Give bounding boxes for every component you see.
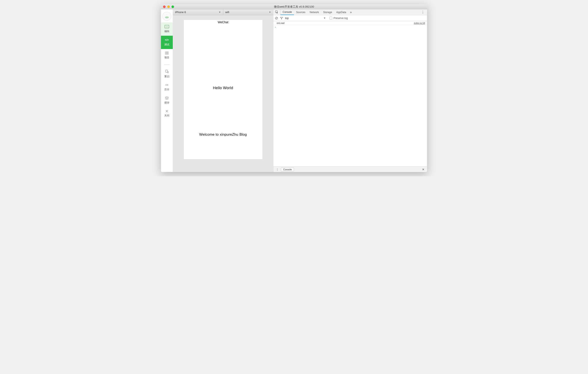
titlebar: 微信web开发者工具 v0.9.092100 — [161, 4, 427, 9]
tab-console[interactable]: Console — [281, 9, 294, 15]
clear-console-button[interactable] — [275, 17, 278, 20]
console-source-link[interactable]: index.js:18 — [414, 22, 425, 24]
sidebar-item-label: 重启 — [164, 75, 169, 78]
tab-network[interactable]: Network — [307, 9, 321, 15]
network-dropdown[interactable]: wifi ▼ — [223, 9, 273, 15]
phone-statusbar-title: WeChat — [184, 20, 262, 24]
console-prompt[interactable]: › — [273, 25, 427, 29]
devtools-tab-bar: Console Sources Network Storage AppData … — [273, 9, 427, 15]
checkbox-icon — [329, 17, 332, 20]
preserve-log-label: Preserve log — [334, 17, 348, 20]
svg-marker-18 — [280, 17, 283, 19]
devtools-menu-button[interactable]: ⋮ — [419, 10, 427, 14]
background-icon — [165, 84, 169, 86]
window-title: 微信web开发者工具 v0.9.092100 — [161, 5, 427, 9]
console-output: onLoad index.js:18 › — [273, 21, 427, 167]
inspect-icon — [275, 11, 279, 14]
filter-button[interactable] — [280, 17, 283, 20]
tab-storage[interactable]: Storage — [321, 9, 334, 15]
console-message-text: onLoad — [277, 22, 284, 24]
sidebar-item-label: 后台 — [164, 88, 169, 91]
code-icon: </> — [165, 38, 169, 42]
close-icon — [165, 110, 168, 113]
device-dropdown-value: iPhone 6 — [175, 11, 186, 14]
sidebar-item-label: 编辑 — [164, 30, 169, 33]
avatar[interactable]: ····· — [162, 12, 171, 21]
phone-screen[interactable]: WeChat Hello World Welcome to xinpureZhu… — [184, 20, 262, 159]
layers-icon — [165, 96, 169, 100]
edit-icon: </> — [165, 25, 169, 28]
welcome-text: Welcome to xinpureZhu Blog — [199, 132, 247, 137]
devtools-drawer-bar: ⋮ Console ✕ — [273, 167, 427, 172]
sidebar-tool-cache[interactable]: 缓存 — [161, 94, 173, 107]
chevron-down-icon: ▼ — [324, 17, 326, 19]
menu-icon — [165, 52, 169, 54]
preview-area: WeChat Hello World Welcome to xinpureZhu… — [173, 15, 273, 172]
devtools-panel: Console Sources Network Storage AppData … — [273, 9, 427, 172]
sidebar: ····· </> 编辑 </> 调试 项目 — [161, 9, 173, 172]
preview-toolbar: iPhone 6 ▼ wifi ▼ — [173, 9, 273, 15]
tab-sources[interactable]: Sources — [294, 9, 307, 15]
sidebar-divider — [164, 64, 170, 65]
svg-text:</>: </> — [166, 26, 168, 28]
preview-panel: iPhone 6 ▼ wifi ▼ WeChat Hello World Wel… — [173, 9, 273, 172]
context-value: top — [285, 17, 289, 20]
svg-text:</>: </> — [165, 38, 169, 42]
console-filter-bar: top ▼ Preserve log — [273, 15, 427, 21]
tab-appdata[interactable]: AppData — [334, 9, 348, 15]
phone-content: Hello World Welcome to xinpureZhu Blog — [184, 24, 262, 159]
hello-world-text: Hello World — [213, 86, 233, 90]
sidebar-item-edit[interactable]: </> 编辑 — [161, 22, 173, 36]
drawer-close-button[interactable]: ✕ — [421, 168, 426, 171]
app-window: 微信web开发者工具 v0.9.092100 ····· </> 编辑 </> … — [161, 4, 427, 172]
drawer-tab-console[interactable]: Console — [281, 168, 294, 171]
sidebar-item-label: 缓存 — [164, 101, 169, 105]
preserve-log-checkbox[interactable]: Preserve log — [329, 17, 348, 20]
sidebar-item-label: 调试 — [164, 43, 169, 46]
svg-line-17 — [276, 17, 277, 19]
device-dropdown[interactable]: iPhone 6 ▼ — [173, 9, 223, 15]
chevron-down-icon: ▼ — [219, 11, 221, 13]
svg-rect-6 — [166, 70, 168, 72]
drawer-menu-button[interactable]: ⋮ — [274, 168, 280, 171]
sidebar-item-label: 关闭 — [164, 114, 169, 118]
sidebar-item-label: 项目 — [164, 56, 169, 59]
sidebar-item-debug[interactable]: </> 调试 — [161, 36, 173, 49]
console-message: onLoad index.js:18 — [273, 21, 427, 25]
filter-icon — [280, 17, 283, 20]
sidebar-tool-restart[interactable]: 重启 — [161, 67, 173, 81]
svg-marker-12 — [165, 96, 168, 98]
network-dropdown-value: wifi — [225, 11, 229, 14]
execution-context-select[interactable]: top ▼ — [285, 17, 327, 20]
tabs-overflow-button[interactable]: » — [348, 10, 354, 14]
app-body: ····· </> 编辑 </> 调试 项目 — [161, 9, 427, 172]
inspect-element-button[interactable] — [273, 9, 281, 15]
sidebar-item-project[interactable]: 项目 — [161, 49, 173, 62]
sidebar-tool-background[interactable]: 后台 — [161, 81, 173, 94]
restart-icon — [165, 70, 168, 74]
chevron-down-icon: ▼ — [269, 11, 271, 13]
sidebar-tool-close[interactable]: 关闭 — [161, 107, 173, 120]
clear-icon — [275, 17, 278, 20]
